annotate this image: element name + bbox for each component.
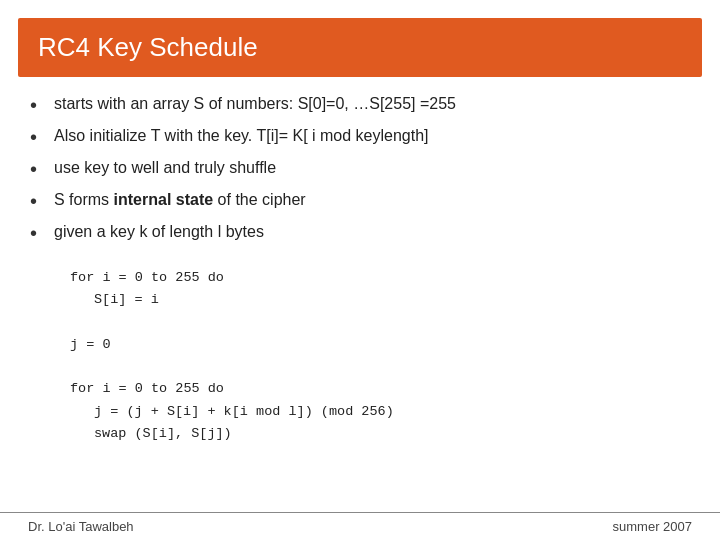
- code-line: [70, 356, 690, 378]
- footer: Dr. Lo'ai Tawalbeh summer 2007: [0, 512, 720, 540]
- code-block: for i = 0 to 255 do S[i] = i j = 0 for i…: [70, 267, 690, 445]
- bullet-text: use key to well and truly shuffle: [54, 157, 276, 179]
- bullet-dot: •: [30, 187, 48, 215]
- bullet-text: Also initialize T with the key. T[i]= K[…: [54, 125, 429, 147]
- bullet-text-before: S forms: [54, 191, 114, 208]
- code-line: for i = 0 to 255 do: [70, 378, 690, 400]
- bullet-text-bold: internal state: [114, 191, 214, 208]
- list-item: • Also initialize T with the key. T[i]= …: [30, 125, 690, 151]
- footer-left: Dr. Lo'ai Tawalbeh: [28, 519, 134, 534]
- bullet-dot: •: [30, 155, 48, 183]
- bullet-text: starts with an array S of numbers: S[0]=…: [54, 93, 456, 115]
- code-line: for i = 0 to 255 do: [70, 267, 690, 289]
- list-item: • given a key k of length l bytes: [30, 221, 690, 247]
- slide-content: • starts with an array S of numbers: S[0…: [0, 77, 720, 512]
- bullet-dot: •: [30, 219, 48, 247]
- bullet-text: given a key k of length l bytes: [54, 221, 264, 243]
- code-line: [70, 312, 690, 334]
- footer-right: summer 2007: [613, 519, 692, 534]
- code-line: j = (j + S[i] + k[i mod l]) (mod 256): [70, 401, 690, 423]
- code-line: S[i] = i: [70, 289, 690, 311]
- code-line: swap (S[i], S[j]): [70, 423, 690, 445]
- title-bar: RC4 Key Schedule: [18, 18, 702, 77]
- list-item: • starts with an array S of numbers: S[0…: [30, 93, 690, 119]
- slide: RC4 Key Schedule • starts with an array …: [0, 0, 720, 540]
- bullet-text-after: of the cipher: [213, 191, 306, 208]
- list-item: • use key to well and truly shuffle: [30, 157, 690, 183]
- bullet-dot: •: [30, 91, 48, 119]
- slide-title: RC4 Key Schedule: [38, 32, 258, 62]
- bullet-dot: •: [30, 123, 48, 151]
- code-line: j = 0: [70, 334, 690, 356]
- list-item: • S forms internal state of the cipher: [30, 189, 690, 215]
- bullet-list: • starts with an array S of numbers: S[0…: [30, 87, 690, 253]
- bullet-text: S forms internal state of the cipher: [54, 189, 306, 211]
